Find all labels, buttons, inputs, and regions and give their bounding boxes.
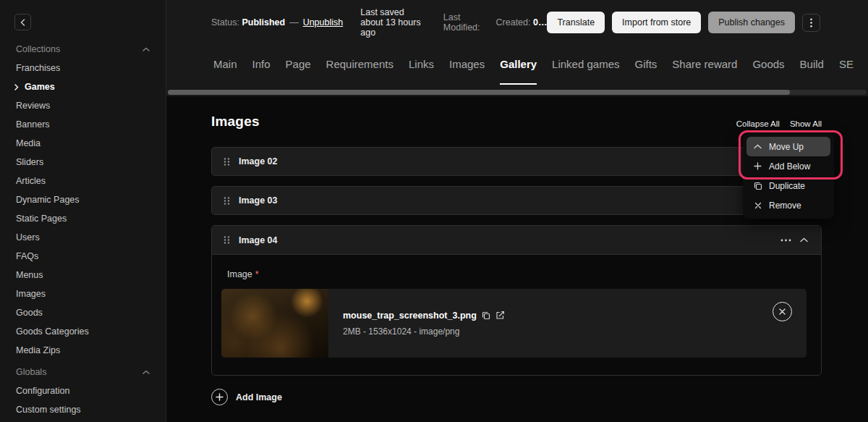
collapse-all-link[interactable]: Collapse All — [736, 119, 780, 128]
sidebar-item-sliders[interactable]: Sliders — [0, 153, 166, 172]
unpublish-link[interactable]: Unpublish — [303, 17, 344, 28]
sidebar-item-banners[interactable]: Banners — [0, 115, 166, 134]
back-button[interactable] — [14, 14, 31, 30]
image-field-label: Image* — [227, 269, 807, 279]
file-name: mouse_trap_screenshot_3.png — [343, 311, 477, 321]
chevron-up-icon — [142, 47, 150, 51]
add-image-label: Add Image — [236, 392, 282, 402]
menu-item-add-below[interactable]: Add Below — [746, 156, 830, 176]
add-image-button[interactable]: Add Image — [211, 389, 282, 405]
tab-share-reward[interactable]: Share reward — [672, 45, 737, 85]
menu-item-label: Add Below — [769, 161, 810, 172]
sidebar-item-articles[interactable]: Articles — [0, 172, 166, 190]
sidebar-item-goods[interactable]: Goods — [0, 303, 166, 322]
tab-images[interactable]: Images — [449, 45, 485, 85]
file-info: mouse_trap_screenshot_3.png — [343, 311, 505, 337]
drag-handle-icon[interactable] — [224, 157, 230, 166]
sidebar-group-globals[interactable]: Globals — [0, 363, 166, 381]
sidebar-item-games[interactable]: Games — [0, 77, 166, 96]
menu-item-label: Duplicate — [769, 181, 805, 191]
row-menu-button[interactable] — [776, 237, 796, 243]
group-label: Collections — [16, 44, 60, 54]
tab-requirements[interactable]: Requirements — [326, 45, 393, 85]
sidebar-group-collections[interactable]: Collections — [0, 40, 166, 59]
more-actions-button[interactable] — [802, 14, 820, 32]
sidebar-nav: Collections Franchises Games Reviews Ban… — [0, 40, 166, 419]
menu-item-label: Remove — [769, 201, 801, 211]
gallery-row-image-03[interactable]: Image 03 — [211, 186, 822, 215]
show-all-link[interactable]: Show All — [790, 119, 822, 128]
file-card: mouse_trap_screenshot_3.png — [221, 289, 807, 358]
tabs-horizontal-scrollbar[interactable] — [168, 90, 867, 95]
drag-handle-icon[interactable] — [224, 235, 230, 245]
tab-info[interactable]: Info — [252, 45, 271, 85]
publish-changes-button[interactable]: Publish changes — [708, 12, 795, 33]
images-section-header: Images Collapse All Show All — [211, 106, 822, 130]
required-asterisk: * — [255, 269, 259, 279]
sidebar-item-media[interactable]: Media — [0, 134, 166, 153]
menu-item-remove[interactable]: Remove — [746, 195, 830, 215]
tab-goods[interactable]: Goods — [752, 45, 784, 85]
tab-se-truncated[interactable]: SE — [839, 45, 854, 85]
sidebar-item-menus[interactable]: Menus — [0, 266, 166, 284]
chevron-up-icon — [753, 144, 762, 149]
menu-item-move-up[interactable]: Move Up — [746, 137, 830, 156]
sidebar-item-users[interactable]: Users — [0, 228, 166, 247]
sidebar-item-reviews[interactable]: Reviews — [0, 96, 166, 115]
remove-file-button[interactable] — [773, 302, 792, 321]
chevron-up-icon — [800, 237, 808, 242]
topbar: Status: Published — Unpublish Last saved… — [166, 0, 868, 96]
copy-icon — [753, 182, 762, 190]
tab-gifts[interactable]: Gifts — [635, 45, 658, 85]
copy-icon — [482, 311, 490, 320]
sidebar-item-media-zips[interactable]: Media Zips — [0, 341, 166, 360]
chevron-left-icon — [20, 19, 25, 26]
sidebar-item-franchises[interactable]: Franchises — [0, 59, 166, 77]
x-icon — [778, 308, 786, 316]
status-label: Status: — [211, 17, 239, 28]
tab-build[interactable]: Build — [800, 45, 824, 85]
plus-circle-icon[interactable] — [211, 389, 228, 405]
images-section-title: Images — [211, 114, 260, 130]
group-label: Globals — [16, 367, 46, 377]
bulk-links: Collapse All Show All — [736, 119, 822, 130]
item-label: Games — [25, 82, 55, 92]
file-thumbnail — [221, 289, 328, 358]
header-buttons: Translate Import from store Publish chan… — [547, 12, 820, 33]
scrollbar-thumb[interactable] — [168, 90, 790, 95]
sidebar-item-static-pages[interactable]: Static Pages — [0, 209, 166, 228]
import-from-store-button[interactable]: Import from store — [612, 12, 701, 33]
status-value: Published — [242, 17, 285, 28]
sidebar-item-images[interactable]: Images — [0, 284, 166, 303]
admin-page: Collections Franchises Games Reviews Ban… — [0, 0, 868, 422]
chevron-up-icon — [142, 370, 150, 374]
gallery-row-image-04-header[interactable]: Image 04 — [212, 226, 821, 255]
tab-links[interactable]: Links — [409, 45, 434, 85]
file-meta: 2MB - 1536x1024 - image/png — [343, 326, 505, 337]
sidebar-item-dynamic-pages[interactable]: Dynamic Pages — [0, 190, 166, 209]
sidebar-item-custom-settings[interactable]: Custom settings — [0, 400, 166, 419]
drag-handle-icon[interactable] — [224, 196, 230, 206]
menu-item-label: Move Up — [769, 142, 804, 152]
sidebar-item-goods-categories[interactable]: Goods Categories — [0, 322, 166, 341]
x-icon — [753, 202, 762, 209]
copy-filename-button[interactable] — [482, 311, 490, 320]
gallery-row-image-02[interactable]: Image 02 — [211, 147, 822, 176]
sidebar-item-faqs[interactable]: FAQs — [0, 247, 166, 266]
tab-gallery[interactable]: Gallery — [500, 45, 537, 85]
row-label: Image 03 — [239, 195, 278, 206]
created-text: Created: 0… — [496, 17, 548, 28]
status-row: Status: Published — Unpublish Last saved… — [166, 0, 868, 45]
edit-file-button[interactable] — [495, 311, 505, 320]
tab-page[interactable]: Page — [286, 45, 311, 85]
tab-linked-games[interactable]: Linked games — [552, 45, 619, 85]
menu-item-duplicate[interactable]: Duplicate — [746, 176, 830, 195]
ellipsis-icon — [780, 239, 791, 242]
collapse-row-button[interactable] — [796, 236, 812, 244]
status-separator: — — [289, 17, 299, 28]
sidebar-item-configuration[interactable]: Configuration — [0, 381, 166, 400]
row-context-menu: Move Up Add Below Duplicate Remove — [743, 133, 834, 219]
tab-main[interactable]: Main — [213, 45, 237, 85]
last-modified-label: Last Modified: — [443, 12, 480, 33]
translate-button[interactable]: Translate — [547, 12, 605, 33]
